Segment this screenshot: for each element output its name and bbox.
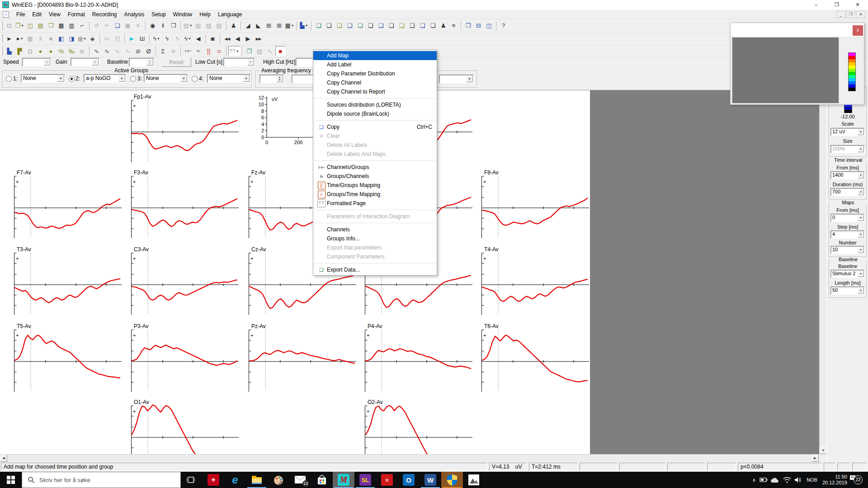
comb-filter-button[interactable]: Ш bbox=[137, 34, 147, 44]
zoom-button[interactable]: ◎▼ bbox=[77, 34, 87, 44]
sum-button[interactable]: Σ bbox=[158, 46, 168, 56]
volume-icon[interactable] bbox=[794, 472, 802, 488]
histogram-view-button[interactable]: ▙▼ bbox=[299, 21, 309, 31]
montage-button[interactable]: ▦▼ bbox=[284, 21, 295, 31]
menu-file[interactable]: File bbox=[13, 10, 28, 19]
percent-button[interactable]: % bbox=[56, 46, 66, 56]
channels-groups-button[interactable]: ⊢⊢ bbox=[183, 46, 193, 56]
window-tile-vertical-button[interactable]: ◫ bbox=[484, 21, 494, 31]
report-person-button[interactable]: ♟ bbox=[438, 21, 448, 31]
open-file-button[interactable]: ❐▼ bbox=[14, 21, 25, 31]
montage-dropdown-icon[interactable]: ▼ bbox=[291, 24, 294, 27]
wave-small-button[interactable]: ∿ bbox=[265, 46, 275, 56]
channel-plot-p4-av[interactable]: P4-Av+ bbox=[364, 324, 473, 392]
group-2-combo[interactable]: a-p NoGO▼ bbox=[84, 74, 126, 83]
language-indicator[interactable]: NOB bbox=[807, 472, 817, 488]
c-box-button[interactable]: Ø bbox=[143, 46, 154, 56]
square-wave-button[interactable]: ∏ bbox=[112, 34, 123, 44]
taskbar-app-outlook[interactable]: O bbox=[398, 472, 420, 488]
taskbar-app-sl[interactable]: SL bbox=[354, 472, 376, 488]
stamp-button[interactable]: ▨ bbox=[255, 46, 265, 56]
paste-button[interactable]: ▣ bbox=[123, 21, 133, 31]
menu-help[interactable]: Help bbox=[196, 10, 214, 19]
channel-plot-t5-av[interactable]: T5-Av+ bbox=[14, 324, 122, 392]
insert-left-button[interactable]: ⊞ bbox=[264, 21, 274, 31]
channel-plot-c3-av[interactable]: C3-Av+ bbox=[131, 247, 239, 315]
map-popup-titlebar[interactable] bbox=[731, 23, 864, 37]
averaging-run-button[interactable]: ► bbox=[127, 34, 137, 44]
mark-accept-button[interactable]: ▨▼ bbox=[183, 21, 193, 31]
report-list-button[interactable]: ≡ bbox=[448, 21, 459, 31]
horizontal-scrollbar[interactable]: ◀ ▶ bbox=[0, 454, 819, 462]
artifact-1-button[interactable]: ϟ▼ bbox=[151, 34, 162, 44]
ramp-down-button[interactable]: ◣ bbox=[253, 21, 264, 31]
mdi-restore-button[interactable]: ❐ bbox=[846, 11, 855, 18]
menu-item-sources-distribution-loreta[interactable]: Sources distribution (LORETA) bbox=[313, 100, 437, 109]
spectra-button[interactable]: ≋ bbox=[168, 46, 179, 56]
group-3-dropdown-icon[interactable]: ▼ bbox=[180, 75, 187, 82]
from-combo[interactable]: 1400▼ bbox=[830, 171, 865, 179]
notification-center-button[interactable]: 22 bbox=[849, 472, 863, 488]
wifi-icon[interactable] bbox=[783, 472, 791, 488]
channel-plot-o1-av[interactable]: O1-Av+ bbox=[131, 400, 239, 454]
time-groups-grid-button[interactable]: ⣿ bbox=[203, 46, 214, 56]
group-1-dropdown-icon[interactable]: ▼ bbox=[57, 75, 64, 82]
taskbar-app-paint[interactable] bbox=[268, 472, 289, 488]
group-4-combo[interactable]: None▼ bbox=[207, 74, 250, 83]
menu-language[interactable]: Language bbox=[214, 10, 245, 19]
menu-setup[interactable]: Setup bbox=[148, 10, 169, 19]
menu-item-channels-groups[interactable]: ⊢⊢Channels/Groups bbox=[313, 163, 437, 172]
scroll-left-button[interactable]: ◀ bbox=[0, 455, 7, 462]
map-round-1-button[interactable]: ● bbox=[35, 46, 46, 56]
tray-chevron[interactable]: ∧ bbox=[752, 472, 756, 488]
artifact-2-button[interactable]: ϟ bbox=[162, 34, 172, 44]
percent-relative-button[interactable]: ‰ bbox=[66, 46, 77, 56]
channel-plot-o2-av[interactable]: O2-Av+ bbox=[364, 400, 473, 454]
group-2-radio[interactable] bbox=[69, 76, 75, 82]
lowcut-combo[interactable]: ▼ bbox=[223, 58, 255, 66]
insert-right-button[interactable]: ⊞ bbox=[274, 21, 284, 31]
print-preview-button[interactable]: ▥ bbox=[66, 21, 77, 31]
artifact-doc-button[interactable]: ϟ▼ bbox=[183, 34, 193, 44]
menu-window[interactable]: Window bbox=[170, 10, 196, 19]
channel-plot-f3-av[interactable]: F3-Av+ bbox=[131, 170, 239, 238]
taskbar-search-input[interactable]: Skriv her for å søke bbox=[22, 472, 181, 488]
toolbar-analysis-grip[interactable] bbox=[1, 47, 3, 56]
task-view-button[interactable] bbox=[181, 472, 201, 488]
report-spectrum-button[interactable]: ❏ bbox=[376, 21, 386, 31]
mark-reject-button[interactable]: ▨ bbox=[193, 21, 203, 31]
channel-plot-pz-av[interactable]: Pz-Av+ bbox=[248, 324, 357, 392]
menu-edit[interactable]: Edit bbox=[28, 10, 45, 19]
baseline-spinner[interactable]: ▲▼ bbox=[129, 58, 154, 66]
taskbar-app-acrobat[interactable]: ≡ bbox=[376, 472, 398, 488]
scroll-down-button[interactable]: ▼ bbox=[820, 447, 827, 454]
menu-item-add-map[interactable]: Add Map bbox=[313, 51, 437, 60]
report-histogram-button[interactable]: ❏ bbox=[344, 21, 355, 31]
speed-combo[interactable]: ▼ bbox=[22, 58, 51, 66]
find-vertical-button[interactable]: ‖ bbox=[158, 21, 168, 31]
books-button[interactable]: ❐ bbox=[244, 46, 255, 56]
report-coherence-button[interactable]: ❏ bbox=[417, 21, 428, 31]
photic-stimulator-button[interactable]: ◈ bbox=[87, 34, 98, 44]
scale-combo[interactable]: 12 uV▼ bbox=[830, 128, 865, 136]
print-button[interactable]: ▦ bbox=[56, 21, 66, 31]
slash-box-button[interactable]: ⊘ bbox=[133, 46, 143, 56]
report-scatter-button[interactable]: ❏ bbox=[396, 21, 407, 31]
minimize-button[interactable]: – bbox=[806, 0, 826, 10]
report-table-button[interactable]: ❏ bbox=[407, 21, 417, 31]
vertical-scrollbar[interactable]: ▲ ▼ bbox=[819, 82, 826, 454]
new-document-button[interactable]: □ bbox=[4, 21, 14, 31]
window-cascade-button[interactable]: ❐ bbox=[463, 21, 473, 31]
mark-end-button[interactable]: ▨ bbox=[214, 21, 224, 31]
group-3-radio[interactable] bbox=[130, 76, 136, 82]
menu-item-copy-channel-to-report[interactable]: Copy Channel to Report bbox=[313, 87, 437, 96]
toolbar-transport-grip[interactable] bbox=[1, 34, 3, 43]
formatted-page-dropdown-icon[interactable]: ▼ bbox=[236, 50, 239, 53]
pause-button[interactable]: ‖ bbox=[35, 34, 46, 44]
artifact-3-button[interactable]: ϟ bbox=[172, 34, 183, 44]
amplitude-histogram-button[interactable]: ▙ bbox=[4, 46, 14, 56]
close-button[interactable]: ✕ bbox=[847, 0, 868, 10]
step-back-button[interactable]: ◀ bbox=[232, 34, 243, 44]
report-waves-button[interactable]: ❏ bbox=[386, 21, 396, 31]
report-map-button[interactable]: ❏ bbox=[355, 21, 365, 31]
